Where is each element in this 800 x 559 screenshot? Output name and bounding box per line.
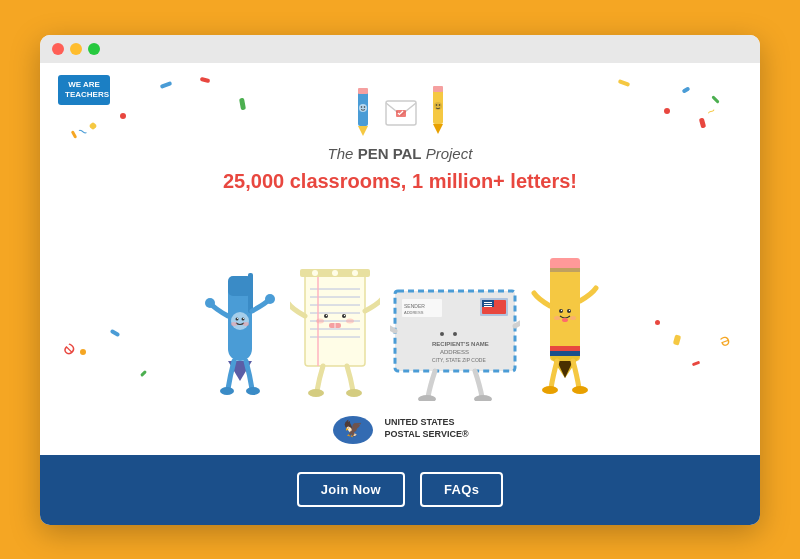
characters-row: SENDER ADDRESS RECIPIENT'S NAME ADDRES: [60, 199, 740, 406]
pencil-character-logo: [349, 86, 377, 141]
main-area: ~ ~ ə ə WE ARE TEACHERS: [40, 63, 760, 455]
browser-chrome: [40, 35, 760, 63]
maximize-dot[interactable]: [88, 43, 100, 55]
bottom-bar: Join Now FAQs: [40, 455, 760, 525]
svg-point-68: [418, 395, 436, 401]
tagline: 25,000 classrooms, 1 million+ letters!: [223, 170, 577, 193]
svg-point-80: [569, 309, 570, 310]
svg-marker-1: [358, 126, 368, 136]
svg-point-49: [346, 318, 354, 323]
svg-point-18: [231, 312, 249, 330]
svg-point-3: [359, 104, 367, 112]
usps-text: UNITED STATES POSTAL SERVICE®: [384, 417, 468, 440]
svg-point-20: [242, 317, 245, 320]
svg-rect-72: [550, 268, 580, 272]
svg-rect-62: [484, 306, 492, 307]
svg-point-48: [316, 318, 324, 323]
svg-text:ADDRESS: ADDRESS: [404, 310, 424, 315]
svg-point-27: [220, 387, 234, 395]
svg-point-24: [243, 322, 249, 326]
svg-point-50: [308, 389, 324, 397]
svg-rect-59: [482, 300, 494, 307]
svg-point-5: [364, 106, 366, 108]
pen-pal-project-title: The PEN PAL Project: [328, 145, 473, 162]
svg-point-77: [559, 309, 563, 313]
svg-point-12: [436, 104, 438, 106]
svg-point-69: [474, 395, 492, 401]
browser-window: ~ ~ ə ə WE ARE TEACHERS: [40, 35, 760, 525]
envelope-logo-icon: [385, 100, 417, 126]
svg-point-39: [312, 270, 318, 276]
svg-marker-10: [433, 124, 443, 134]
svg-rect-73: [550, 346, 580, 351]
envelope-character: SENDER ADDRESS RECIPIENT'S NAME ADDRES: [390, 271, 520, 401]
svg-point-83: [570, 316, 576, 320]
usps-section: 🦅 UNITED STATES POSTAL SERVICE®: [331, 406, 468, 455]
yellow-pencil-character: [530, 256, 600, 401]
svg-text:🦅: 🦅: [343, 419, 363, 438]
we-are-teachers-badge: WE ARE TEACHERS: [58, 75, 110, 106]
svg-point-43: [342, 314, 346, 318]
join-now-button[interactable]: Join Now: [297, 472, 405, 507]
svg-point-21: [237, 317, 238, 318]
svg-point-45: [344, 314, 345, 315]
svg-text:SENDER: SENDER: [404, 303, 425, 309]
svg-rect-60: [484, 302, 492, 303]
svg-point-85: [572, 386, 588, 394]
svg-text:RECIPIENT'S NAME: RECIPIENT'S NAME: [432, 341, 489, 347]
svg-point-40: [332, 270, 338, 276]
svg-point-41: [352, 270, 358, 276]
svg-point-42: [324, 314, 328, 318]
browser-content: ~ ~ ə ə WE ARE TEACHERS: [40, 63, 760, 525]
logo-icons: [349, 86, 451, 141]
pencil-figure-logo: [425, 86, 451, 141]
svg-rect-29: [305, 271, 365, 366]
svg-rect-17: [248, 273, 253, 313]
usps-eagle-logo: 🦅: [331, 412, 376, 447]
svg-point-84: [542, 386, 558, 394]
svg-point-23: [231, 322, 237, 326]
faqs-button[interactable]: FAQs: [420, 472, 503, 507]
blue-pen-character: [200, 261, 280, 401]
notepad-character: [290, 261, 380, 401]
svg-point-63: [440, 332, 444, 336]
svg-point-22: [243, 317, 244, 318]
svg-point-4: [361, 106, 363, 108]
svg-point-78: [567, 309, 571, 313]
svg-point-51: [346, 389, 362, 397]
svg-rect-61: [484, 304, 492, 305]
svg-rect-9: [433, 86, 443, 92]
svg-point-44: [326, 314, 327, 315]
svg-point-25: [205, 298, 215, 308]
svg-point-81: [562, 318, 568, 322]
svg-point-26: [265, 294, 275, 304]
svg-text:CITY, STATE  ZIP CODE: CITY, STATE ZIP CODE: [432, 357, 486, 363]
svg-point-79: [561, 309, 562, 310]
svg-rect-74: [550, 351, 580, 356]
svg-point-82: [554, 316, 560, 320]
svg-point-28: [246, 387, 260, 395]
svg-point-64: [453, 332, 457, 336]
minimize-dot[interactable]: [70, 43, 82, 55]
svg-point-19: [236, 317, 239, 320]
close-dot[interactable]: [52, 43, 64, 55]
svg-point-13: [439, 104, 441, 106]
svg-text:ADDRESS: ADDRESS: [440, 349, 469, 355]
logo-section: The PEN PAL Project: [328, 86, 473, 162]
svg-rect-2: [358, 88, 368, 94]
